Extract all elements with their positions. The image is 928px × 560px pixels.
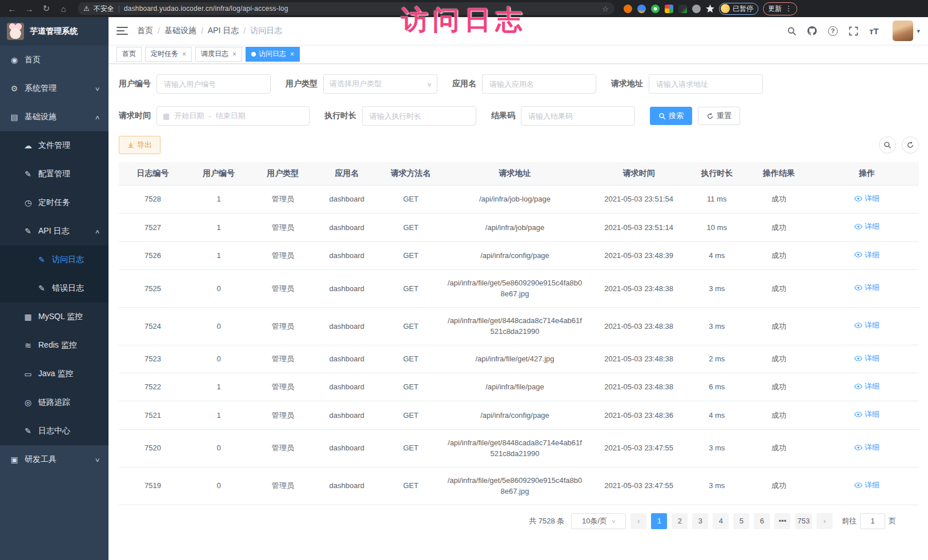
sidebar-item-config-manage[interactable]: ✎配置管理 (0, 160, 109, 188)
app-name-input[interactable] (482, 74, 596, 94)
table-row: 75200管理员dashboardGET/api/infra/file/get/… (119, 429, 919, 467)
breadcrumb-item[interactable]: 首页 (137, 26, 153, 36)
fullscreen-icon[interactable] (848, 26, 858, 36)
github-icon[interactable] (807, 26, 817, 36)
user-id-input[interactable] (156, 74, 271, 94)
close-icon[interactable]: × (290, 50, 294, 58)
detail-link[interactable]: 详细 (854, 381, 879, 392)
search-icon[interactable] (786, 26, 797, 36)
sidebar-item-infra[interactable]: ▤基础设施∧ (0, 103, 109, 131)
sidebar-item-scheduled-job[interactable]: ◷定时任务 (0, 188, 109, 217)
cell-duration: 2 ms (691, 345, 743, 373)
sidebar-item-file-manage[interactable]: ☁文件管理 (0, 131, 109, 160)
page-ellipsis[interactable]: ••• (774, 513, 790, 529)
prev-page-button[interactable]: ‹ (630, 513, 646, 529)
result-code-input[interactable] (521, 106, 635, 126)
column-header: 请求方法名 (379, 162, 443, 186)
detail-label: 详细 (865, 193, 879, 204)
detail-link[interactable]: 详细 (854, 320, 879, 331)
detail-link[interactable]: 详细 (854, 249, 879, 261)
sidebar-item-label: API 日志 (38, 226, 90, 236)
detail-link[interactable]: 详细 (854, 193, 879, 204)
sidebar-item-mysql-monitor[interactable]: ▦MySQL 监控 (0, 303, 109, 331)
request-url-input[interactable] (649, 74, 763, 94)
cell-user_type: 管理员 (251, 467, 315, 505)
profile-paused-badge[interactable]: 已暂停 (719, 3, 758, 15)
sidebar-item-system[interactable]: ⚙系统管理∨ (0, 74, 109, 103)
cell-id: 7528 (119, 186, 187, 213)
search-button[interactable]: 搜索 (650, 107, 692, 125)
reload-icon[interactable]: ↻ (40, 3, 53, 14)
back-icon[interactable]: ← (6, 4, 18, 14)
page-button-1[interactable]: 1 (651, 513, 667, 529)
breadcrumb-item[interactable]: 基础设施 (164, 26, 196, 36)
cell-id: 7523 (119, 345, 187, 373)
detail-link[interactable]: 详细 (854, 409, 879, 420)
cell-time: 2021-05-03 23:47:55 (587, 467, 691, 505)
breadcrumb-item[interactable]: API 日志 (208, 26, 239, 36)
extension-icon-orange[interactable] (624, 5, 632, 13)
page-button-2[interactable]: 2 (672, 513, 688, 529)
page-content: 用户编号 用户类型 请选择用户类型 ∨ 应用名 请求地址 (109, 64, 928, 560)
extension-icon-gray[interactable] (692, 5, 701, 13)
tab-定时任务[interactable]: 定时任务× (145, 47, 192, 62)
column-header: 用户类型 (251, 162, 315, 186)
detail-link[interactable]: 详细 (854, 480, 879, 491)
close-icon[interactable]: × (232, 50, 236, 58)
cell-time: 2021-05-03 23:48:38 (587, 345, 691, 373)
extension-icon-grid[interactable] (665, 5, 673, 13)
page-button-5[interactable]: 5 (733, 513, 749, 529)
cell-user_id: 0 (187, 429, 251, 467)
tab-调度日志[interactable]: 调度日志× (195, 47, 242, 62)
duration-input[interactable] (362, 106, 476, 126)
sidebar-item-log-center[interactable]: ✎日志中心 (0, 417, 109, 445)
close-icon[interactable]: × (182, 50, 186, 58)
sidebar-item-access-log[interactable]: ✎访问日志 (0, 245, 109, 274)
help-icon[interactable]: ? (827, 26, 838, 36)
next-page-button[interactable]: › (817, 513, 833, 529)
toggle-search-button[interactable] (879, 136, 896, 154)
address-bar[interactable]: ⚠ 不安全 | dashboard.yudao.iocoder.cn/infra… (78, 2, 614, 15)
page-button-753[interactable]: 753 (795, 513, 812, 529)
export-button[interactable]: 导出 (119, 136, 160, 154)
sidebar-item-error-log[interactable]: ✎错误日志 (0, 274, 109, 303)
pagination: 共 7528 条 10条/页 ∨ ‹ 123456•••753 › 前往 页 (119, 505, 919, 529)
detail-link[interactable]: 详细 (854, 282, 879, 293)
kebab-menu-icon[interactable]: ⋮ (785, 5, 792, 13)
detail-link[interactable]: 详细 (854, 442, 879, 453)
sidebar-logo[interactable]: 芋道管理系统 (0, 17, 109, 46)
tab-访问日志[interactable]: 访问日志× (246, 47, 300, 62)
page-button-3[interactable]: 3 (692, 513, 708, 529)
extension-icon-star[interactable] (706, 5, 714, 13)
sidebar-item-trace[interactable]: ◎链路追踪 (0, 388, 109, 417)
extension-icon-dark-green[interactable] (678, 5, 687, 13)
extension-icon-blue-shield[interactable] (637, 5, 646, 13)
sidebar-item-java-monitor[interactable]: ▭Java 监控 (0, 360, 109, 388)
refresh-button[interactable] (902, 136, 919, 154)
sidebar-item-api-log[interactable]: ✎API 日志∧ (0, 217, 109, 245)
bookmark-star-icon[interactable]: ☆ (602, 5, 609, 13)
tab-首页[interactable]: 首页 (116, 47, 142, 62)
page-button-6[interactable]: 6 (754, 513, 770, 529)
page-size-select[interactable]: 10条/页 ∨ (571, 513, 626, 529)
tab-label: 定时任务 (151, 49, 178, 59)
forward-icon[interactable]: → (23, 4, 35, 14)
extension-icon-green[interactable] (651, 5, 660, 13)
gear-icon: ⚙ (9, 84, 19, 93)
user-menu[interactable]: ▾ (893, 21, 920, 41)
reset-button[interactable]: 重置 (698, 107, 740, 125)
request-time-range-picker[interactable]: ▦ 开始日期 - 结束日期 (156, 106, 310, 126)
detail-link[interactable]: 详细 (854, 221, 879, 232)
goto-page-input[interactable] (860, 513, 885, 529)
user-type-select[interactable]: 请选择用户类型 ∨ (323, 74, 437, 94)
sidebar-item-redis-monitor[interactable]: ≋Redis 监控 (0, 331, 109, 360)
browser-update-button[interactable]: 更新 ⋮ (763, 2, 797, 15)
page-button-4[interactable]: 4 (713, 513, 729, 529)
sidebar-item-dev-tools[interactable]: ▣研发工具∨ (0, 445, 109, 474)
font-size-icon[interactable]: тT (869, 26, 879, 36)
home-icon[interactable]: ⌂ (57, 4, 70, 14)
hamburger-icon[interactable] (116, 27, 128, 35)
cell-duration: 3 ms (691, 467, 743, 505)
sidebar-item-home[interactable]: ◉首页 (0, 46, 109, 74)
detail-link[interactable]: 详细 (854, 353, 879, 364)
